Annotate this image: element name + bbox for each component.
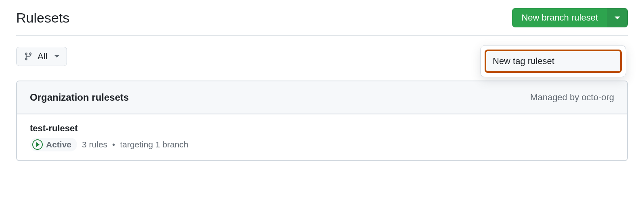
- status-text: Active: [46, 140, 71, 149]
- new-ruleset-dropdown-menu: New tag ruleset: [480, 45, 626, 77]
- page-title: Rulesets: [16, 10, 69, 26]
- ruleset-name: test-ruleset: [30, 123, 614, 134]
- new-branch-ruleset-button[interactable]: New branch ruleset: [512, 8, 607, 27]
- panel-header: Organization rulesets Managed by octo-or…: [17, 81, 627, 114]
- panel-managed-by: Managed by octo-org: [530, 92, 614, 103]
- status-badge: Active: [30, 138, 77, 151]
- git-branch-icon: [24, 52, 33, 61]
- caret-down-icon: [615, 17, 620, 19]
- ruleset-meta: Active 3 rules • targeting 1 branch: [30, 138, 614, 151]
- targeting-text: targeting 1 branch: [120, 140, 188, 149]
- filter-all-button[interactable]: All: [16, 47, 67, 66]
- header-divider: [16, 35, 628, 36]
- play-circle-icon: [32, 139, 43, 150]
- meta-separator: •: [112, 140, 115, 149]
- rules-count: 3 rules: [82, 140, 107, 149]
- organization-rulesets-panel: Organization rulesets Managed by octo-or…: [16, 81, 628, 161]
- play-icon: [36, 142, 40, 147]
- panel-title: Organization rulesets: [30, 92, 129, 103]
- new-tag-ruleset-menu-item[interactable]: New tag ruleset: [485, 50, 622, 73]
- ruleset-list-item[interactable]: test-ruleset Active 3 rules • targeting …: [17, 114, 627, 160]
- filter-label: All: [38, 51, 47, 62]
- caret-down-icon: [54, 55, 59, 58]
- new-ruleset-button-group: New branch ruleset: [512, 8, 628, 27]
- new-ruleset-dropdown-toggle[interactable]: [607, 8, 628, 27]
